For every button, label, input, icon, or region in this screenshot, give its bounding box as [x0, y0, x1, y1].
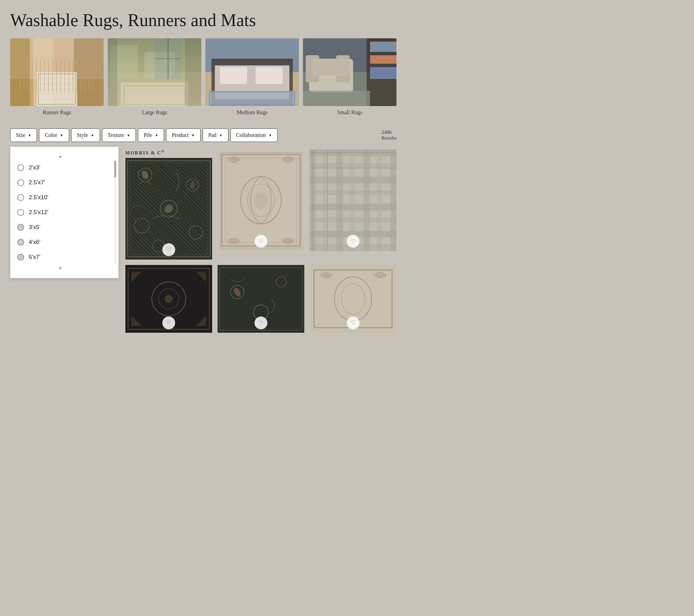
- heart-icon-bottom-3: ♡: [351, 320, 355, 326]
- svg-rect-57: [222, 155, 300, 246]
- results-count: 2406 Results: [382, 129, 397, 141]
- chevron-down-icon: ▼: [60, 133, 63, 137]
- size-label-3x5: 3'x5': [29, 224, 40, 231]
- filter-pile-label: Pile: [144, 132, 152, 138]
- category-runner[interactable]: Runner Rugs: [10, 38, 104, 115]
- svg-rect-73: [336, 149, 343, 251]
- category-image-medium: [205, 38, 299, 106]
- category-label-medium: Medium Rugs: [237, 109, 267, 115]
- filter-texture-label: Texture: [108, 132, 124, 138]
- heart-icon-3: ♡: [351, 238, 355, 244]
- svg-point-53: [163, 202, 175, 215]
- category-medium[interactable]: Medium Rugs: [205, 38, 299, 115]
- size-option-2x3[interactable]: 2'x3': [11, 160, 110, 175]
- filter-bar: Size ▼ Color ▼ Style ▼ Texture ▼ Pile ▼ …: [10, 124, 397, 147]
- wishlist-button-bottom-1[interactable]: ♡: [162, 316, 175, 329]
- svg-point-52: [189, 180, 196, 189]
- wishlist-button-bottom-3[interactable]: ♡: [347, 316, 360, 329]
- size-label-2x3: 2'x3': [29, 164, 40, 171]
- chevron-down-icon: ▼: [91, 133, 94, 137]
- product-card-2: ♡: [218, 149, 304, 259]
- filter-collaboration-label: Collaboration: [236, 132, 266, 138]
- svg-rect-5: [37, 72, 77, 106]
- filter-style-label: Style: [77, 132, 88, 138]
- chevron-down-icon: ▼: [191, 133, 195, 137]
- chevron-down-icon: ▼: [219, 133, 223, 137]
- size-option-4x6[interactable]: 4'x6': [11, 235, 110, 250]
- chevron-down-icon: ▼: [269, 133, 272, 137]
- size-option-2.5x10[interactable]: 2.5'x10': [11, 190, 110, 205]
- svg-rect-30: [256, 67, 282, 84]
- filter-product-label: Product: [172, 132, 189, 138]
- filter-pile-button[interactable]: Pile ▼: [138, 128, 164, 142]
- svg-rect-54: [127, 161, 210, 257]
- size-option-5x7[interactable]: 5'x7': [11, 250, 110, 265]
- wishlist-button-1[interactable]: ♡: [162, 243, 175, 256]
- category-label-runner: Runner Rugs: [43, 109, 71, 115]
- svg-point-45: [186, 179, 199, 191]
- radio-4x6: [17, 239, 24, 246]
- filter-product-button[interactable]: Product ▼: [166, 128, 201, 142]
- filter-color-button[interactable]: Color ▼: [39, 128, 69, 142]
- category-large[interactable]: Large Rugs: [108, 38, 201, 115]
- filter-size-label: Size: [16, 132, 25, 138]
- size-option-2.5x12[interactable]: 2.5'x12': [11, 205, 110, 220]
- radio-5x7: [17, 254, 24, 260]
- product-image-1: ♡: [125, 158, 212, 259]
- svg-rect-77: [390, 149, 397, 251]
- svg-rect-17: [144, 52, 175, 79]
- svg-point-48: [134, 218, 149, 233]
- filter-size-button[interactable]: Size ▼: [10, 128, 37, 142]
- radio-2.5x7: [17, 179, 24, 186]
- svg-point-49: [189, 226, 203, 239]
- svg-point-43: [138, 168, 152, 182]
- svg-rect-55: [130, 163, 208, 254]
- category-grid: Runner Rugs Large R: [10, 38, 397, 115]
- product-image-bottom-1: ♡: [125, 265, 212, 333]
- svg-point-51: [140, 169, 150, 180]
- radio-2x3: [17, 164, 24, 171]
- product-image-bottom-2: ♡: [218, 265, 304, 333]
- svg-rect-19: [185, 38, 201, 106]
- size-dropdown: ▲ 2'x3' 2.5'x7' 2.5'x10': [10, 147, 118, 278]
- chevron-down-icon: ▼: [155, 133, 158, 137]
- filter-style-button[interactable]: Style ▼: [71, 128, 100, 142]
- svg-point-47: [165, 205, 173, 213]
- svg-rect-15: [124, 86, 185, 104]
- svg-rect-13: [108, 72, 201, 106]
- product-card-bottom-3: ♡: [310, 265, 397, 333]
- svg-rect-41: [303, 91, 370, 106]
- svg-point-44: [142, 171, 148, 178]
- heart-icon-1: ♡: [166, 246, 171, 253]
- product-card-3: ♡: [310, 149, 397, 259]
- svg-rect-72: [323, 149, 328, 251]
- product-brand-1: MORRIS & Co: [125, 149, 212, 156]
- product-image-bottom-3: ♡: [310, 265, 397, 333]
- filter-collaboration-button[interactable]: Collaboration ▼: [231, 128, 278, 142]
- wishlist-button-2[interactable]: ♡: [255, 235, 267, 248]
- svg-rect-76: [377, 149, 382, 251]
- filter-texture-button[interactable]: Texture ▼: [102, 128, 136, 142]
- size-label-5x7: 5'x7': [29, 254, 40, 260]
- svg-rect-18: [108, 38, 117, 106]
- wishlist-button-bottom-2[interactable]: ♡: [255, 316, 267, 329]
- scroll-up-arrow[interactable]: ▲: [11, 152, 110, 160]
- svg-point-60: [248, 184, 274, 217]
- svg-rect-34: [370, 42, 397, 52]
- svg-rect-20: [154, 38, 182, 79]
- wishlist-button-3[interactable]: ♡: [347, 235, 360, 248]
- category-label-small: Small Rugs: [337, 109, 362, 115]
- filter-pad-label: Pad: [208, 132, 217, 138]
- filter-pad-button[interactable]: Pad ▼: [203, 128, 229, 142]
- size-option-3x5[interactable]: 3'x5': [11, 220, 110, 235]
- category-image-large: [108, 38, 201, 106]
- size-option-2.5x7[interactable]: 2.5'x7': [11, 175, 110, 190]
- svg-rect-35: [370, 55, 397, 64]
- svg-rect-75: [363, 149, 370, 251]
- radio-3x5: [17, 224, 24, 231]
- svg-rect-40: [312, 59, 350, 76]
- products-row-1: MORRIS & Co: [125, 147, 397, 259]
- scroll-down-arrow[interactable]: ▼: [11, 265, 110, 272]
- svg-point-46: [160, 200, 177, 217]
- category-small[interactable]: Small Rugs: [303, 38, 397, 115]
